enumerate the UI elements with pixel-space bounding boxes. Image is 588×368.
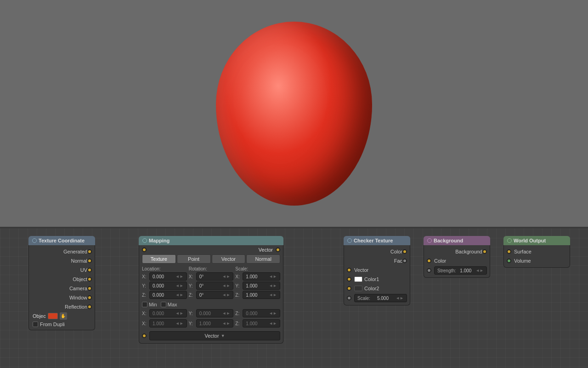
socket-background-out[interactable] — [482, 249, 487, 254]
color2-swatch[interactable] — [354, 286, 362, 291]
socket-world-volume-in[interactable] — [507, 259, 511, 263]
socket-object-out[interactable] — [87, 277, 92, 282]
node-mapping: Mapping Vector Texture Point Vector Norm… — [139, 236, 283, 344]
from-dupli-checkbox[interactable] — [33, 322, 38, 327]
mapping-vector-in-socket[interactable] — [142, 247, 147, 252]
node-background-header[interactable]: Background — [424, 236, 490, 245]
from-dupli-label: From Dupli — [40, 322, 65, 327]
world-output-surface-label: Surface — [514, 249, 567, 254]
tab-normal[interactable]: Normal — [246, 254, 280, 264]
node-checker-header[interactable]: Checker Texture — [344, 236, 410, 245]
socket-world-surface-in[interactable] — [507, 249, 511, 254]
background-strength-input[interactable]: Strength: 1.000 ◄► — [434, 266, 487, 275]
min-x-input[interactable]: 0.000 ◄► — [149, 309, 187, 317]
vector-selector[interactable]: Vector ▼ — [149, 331, 280, 340]
min-checkbox-label[interactable]: Min — [142, 302, 157, 307]
location-label: Location: — [142, 266, 187, 271]
rot-x-label: X: — [189, 274, 195, 279]
background-out-row: Background — [424, 247, 490, 256]
tex-coord-normal-label: Normal — [32, 258, 87, 264]
tab-texture[interactable]: Texture — [142, 254, 176, 264]
tex-coord-window-row: Window — [29, 293, 95, 302]
checker-scale-value: 5.000 — [377, 296, 389, 301]
checker-vector-in-row: Vector — [344, 265, 410, 275]
socket-background-strength-in[interactable] — [427, 268, 431, 273]
minmax-row: Min Max — [142, 302, 280, 307]
vector-selector-row: Vector ▼ — [142, 330, 280, 341]
mapping-vector-out-socket[interactable] — [276, 247, 280, 252]
rot-z-input[interactable]: 0° ◄► — [196, 291, 234, 299]
tex-coord-camera-row: Camera — [29, 284, 95, 293]
socket-checker-color-out[interactable] — [402, 249, 407, 254]
loc-y-input[interactable]: 0.000 ◄► — [149, 282, 187, 290]
tex-coord-generated-label: Generated — [32, 249, 87, 254]
min-z-input[interactable]: 0.000 ◄► — [243, 309, 280, 317]
node-mapping-header[interactable]: Mapping — [139, 236, 283, 245]
checker-color2-label: Color2 — [364, 286, 407, 291]
scale-z-input[interactable]: 1.000 ◄► — [243, 291, 280, 299]
background-color-in-row: Color — [424, 256, 490, 265]
from-dupli-row: From Dupli — [29, 321, 95, 328]
checker-color-out-row: Color — [344, 247, 410, 256]
socket-uv-out[interactable] — [87, 268, 92, 272]
tex-coord-generated-row: Generated — [29, 247, 95, 256]
mapping-tabs: Texture Point Vector Normal — [142, 254, 280, 264]
node-tex-coord-header[interactable]: Texture Coordinate — [28, 236, 95, 245]
node-background-title: Background — [434, 238, 463, 243]
socket-camera-out[interactable] — [87, 286, 92, 291]
loc-x-input[interactable]: 0.000 ◄► — [149, 272, 187, 281]
socket-background-color-in[interactable] — [427, 259, 431, 263]
max-z-input[interactable]: 1.000 ◄► — [243, 319, 280, 328]
max-y-input[interactable]: 1.000 ◄► — [196, 319, 234, 328]
background-out-label: Background — [427, 249, 482, 254]
eyedropper-button[interactable]: ✋ — [60, 312, 67, 320]
tab-vector[interactable]: Vector — [212, 254, 246, 264]
loc-z-input[interactable]: 0.000 ◄► — [149, 291, 187, 299]
checker-vector-in-label: Vector — [354, 267, 407, 273]
socket-window-out[interactable] — [87, 295, 92, 300]
color1-swatch[interactable] — [354, 276, 362, 282]
rot-x-input[interactable]: 0° ◄► — [196, 272, 234, 281]
tab-point[interactable]: Point — [177, 254, 211, 264]
socket-checker-color1-in[interactable] — [347, 277, 351, 282]
loc-y-label: Y: — [142, 283, 148, 288]
min-label: Min — [149, 302, 157, 307]
socket-generated-out[interactable] — [87, 249, 92, 254]
loc-x-label: X: — [142, 274, 148, 279]
socket-checker-scale-in[interactable] — [347, 296, 351, 300]
node-texture-coordinate: Texture Coordinate Generated Normal UV O… — [28, 236, 95, 330]
node-editor: Texture Coordinate Generated Normal UV O… — [0, 229, 588, 368]
rot-y-label: Y: — [189, 283, 195, 288]
rendered-object — [216, 22, 372, 206]
max-checkbox-label[interactable]: Max — [161, 302, 177, 307]
tex-coord-obj-row: Objec ✋ — [29, 311, 95, 321]
min-checkbox[interactable] — [142, 302, 147, 307]
node-checker-title: Checker Texture — [354, 238, 393, 243]
checker-color-out-label: Color — [347, 249, 402, 254]
socket-checker-fac-out[interactable] — [402, 259, 407, 263]
max-checkbox[interactable] — [161, 302, 166, 307]
min-y-input[interactable]: 0.000 ◄► — [196, 309, 234, 317]
node-world-output: World Output Surface Volume — [503, 236, 570, 268]
socket-checker-vector-in[interactable] — [347, 268, 351, 272]
scale-x-input[interactable]: 1.000 ◄► — [243, 272, 280, 281]
obj-color-swatch[interactable] — [48, 313, 58, 319]
node-world-output-title: World Output — [514, 238, 546, 243]
socket-checker-color2-in[interactable] — [347, 286, 351, 291]
scale-y-label: Y: — [235, 283, 242, 288]
tex-coord-reflection-label: Reflection — [32, 304, 87, 310]
scale-z-label: Z: — [235, 293, 242, 298]
checker-fac-out-row: Fac — [344, 256, 410, 265]
world-output-surface-row: Surface — [504, 247, 570, 256]
background-color-in-label: Color — [434, 258, 487, 264]
socket-normal-out[interactable] — [87, 259, 92, 263]
rot-y-input[interactable]: 0° ◄► — [196, 282, 234, 290]
max-x-input[interactable]: 1.000 ◄► — [149, 319, 187, 328]
socket-reflection-out[interactable] — [87, 305, 92, 309]
scale-y-input[interactable]: 1.000 ◄► — [243, 282, 280, 290]
checker-scale-input[interactable]: Scale: 5.000 ◄► — [354, 294, 407, 302]
world-output-volume-label: Volume — [514, 258, 567, 264]
mapping-bottom-socket[interactable] — [142, 334, 147, 338]
tex-coord-uv-row: UV — [29, 265, 95, 275]
node-world-output-header[interactable]: World Output — [503, 236, 570, 245]
